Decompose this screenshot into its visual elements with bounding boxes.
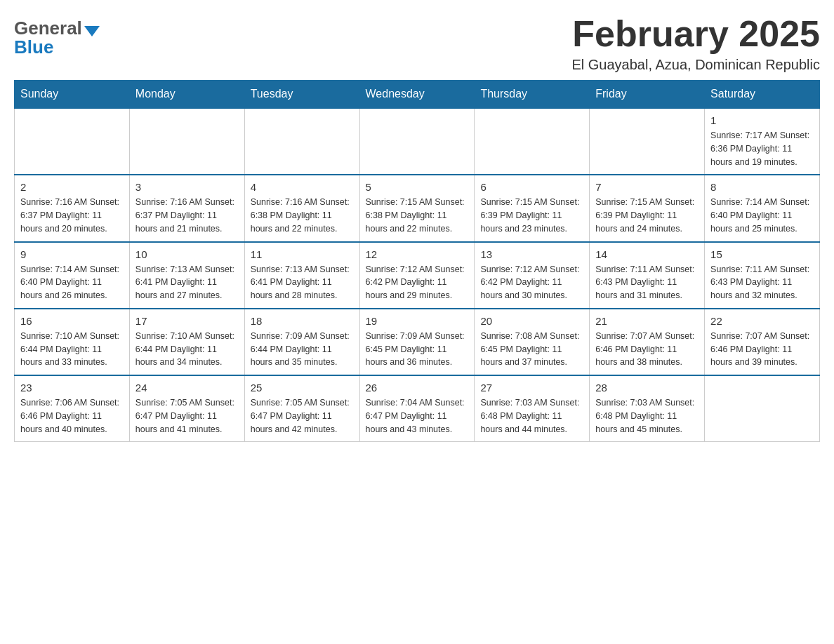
calendar-cell: 16Sunrise: 7:10 AM Sunset: 6:44 PM Dayli… [15, 309, 130, 375]
day-number: 21 [595, 315, 699, 327]
calendar-cell [129, 108, 244, 175]
calendar-cell: 4Sunrise: 7:16 AM Sunset: 6:38 PM Daylig… [244, 175, 359, 241]
weekday-header-monday: Monday [129, 81, 244, 109]
logo: General Blue [14, 14, 100, 58]
title-section: February 2025 El Guayabal, Azua, Dominic… [571, 14, 820, 73]
day-info: Sunrise: 7:10 AM Sunset: 6:44 PM Dayligh… [20, 330, 124, 369]
weekday-header-wednesday: Wednesday [359, 81, 475, 109]
day-info: Sunrise: 7:04 AM Sunset: 6:47 PM Dayligh… [366, 396, 469, 436]
calendar-cell: 18Sunrise: 7:09 AM Sunset: 6:44 PM Dayli… [244, 309, 359, 375]
day-number: 20 [480, 315, 583, 327]
weekday-header-saturday: Saturday [705, 81, 820, 109]
day-number: 5 [366, 181, 469, 193]
calendar-table: SundayMondayTuesdayWednesdayThursdayFrid… [14, 80, 820, 442]
calendar-cell: 20Sunrise: 7:08 AM Sunset: 6:45 PM Dayli… [475, 309, 590, 375]
day-number: 16 [20, 315, 124, 327]
calendar-cell: 2Sunrise: 7:16 AM Sunset: 6:37 PM Daylig… [15, 175, 130, 241]
calendar-cell [475, 108, 590, 175]
page-header: General Blue February 2025 El Guayabal, … [14, 14, 820, 73]
calendar-cell: 8Sunrise: 7:14 AM Sunset: 6:40 PM Daylig… [705, 175, 820, 241]
day-number: 27 [480, 382, 583, 394]
calendar-cell: 26Sunrise: 7:04 AM Sunset: 6:47 PM Dayli… [359, 375, 475, 442]
calendar-cell: 1Sunrise: 7:17 AM Sunset: 6:36 PM Daylig… [705, 108, 820, 175]
weekday-header-friday: Friday [590, 81, 705, 109]
calendar-cell: 3Sunrise: 7:16 AM Sunset: 6:37 PM Daylig… [129, 175, 244, 241]
calendar-week-2: 2Sunrise: 7:16 AM Sunset: 6:37 PM Daylig… [15, 175, 820, 241]
calendar-cell: 28Sunrise: 7:03 AM Sunset: 6:48 PM Dayli… [590, 375, 705, 442]
day-number: 23 [20, 382, 124, 394]
day-info: Sunrise: 7:16 AM Sunset: 6:37 PM Dayligh… [20, 196, 124, 235]
day-number: 25 [251, 382, 354, 394]
day-info: Sunrise: 7:07 AM Sunset: 6:46 PM Dayligh… [710, 330, 814, 369]
calendar-cell: 9Sunrise: 7:14 AM Sunset: 6:40 PM Daylig… [15, 242, 130, 309]
calendar-cell [590, 108, 705, 175]
calendar-week-5: 23Sunrise: 7:06 AM Sunset: 6:46 PM Dayli… [15, 375, 820, 442]
day-info: Sunrise: 7:15 AM Sunset: 6:39 PM Dayligh… [595, 196, 699, 235]
day-info: Sunrise: 7:12 AM Sunset: 6:42 PM Dayligh… [366, 263, 469, 302]
calendar-cell: 12Sunrise: 7:12 AM Sunset: 6:42 PM Dayli… [359, 242, 475, 309]
calendar-cell [15, 108, 130, 175]
calendar-cell: 5Sunrise: 7:15 AM Sunset: 6:38 PM Daylig… [359, 175, 475, 241]
day-number: 7 [595, 181, 699, 193]
logo-triangle-icon [84, 26, 100, 36]
day-number: 15 [710, 248, 814, 260]
day-number: 11 [251, 248, 354, 260]
calendar-cell: 21Sunrise: 7:07 AM Sunset: 6:46 PM Dayli… [590, 309, 705, 375]
day-info: Sunrise: 7:16 AM Sunset: 6:38 PM Dayligh… [251, 196, 354, 235]
day-info: Sunrise: 7:12 AM Sunset: 6:42 PM Dayligh… [480, 263, 583, 302]
day-number: 6 [480, 181, 583, 193]
day-number: 1 [710, 114, 814, 126]
day-info: Sunrise: 7:03 AM Sunset: 6:48 PM Dayligh… [595, 396, 699, 436]
day-info: Sunrise: 7:10 AM Sunset: 6:44 PM Dayligh… [135, 330, 239, 369]
day-info: Sunrise: 7:09 AM Sunset: 6:44 PM Dayligh… [251, 330, 354, 369]
day-info: Sunrise: 7:15 AM Sunset: 6:38 PM Dayligh… [366, 196, 469, 235]
day-number: 22 [710, 315, 814, 327]
day-number: 19 [366, 315, 469, 327]
day-number: 18 [251, 315, 354, 327]
day-number: 8 [710, 181, 814, 193]
calendar-cell: 10Sunrise: 7:13 AM Sunset: 6:41 PM Dayli… [129, 242, 244, 309]
day-number: 17 [135, 315, 239, 327]
calendar-cell: 27Sunrise: 7:03 AM Sunset: 6:48 PM Dayli… [475, 375, 590, 442]
calendar-week-3: 9Sunrise: 7:14 AM Sunset: 6:40 PM Daylig… [15, 242, 820, 309]
weekday-header-sunday: Sunday [15, 81, 130, 109]
day-number: 14 [595, 248, 699, 260]
calendar-cell: 22Sunrise: 7:07 AM Sunset: 6:46 PM Dayli… [705, 309, 820, 375]
day-number: 28 [595, 382, 699, 394]
day-info: Sunrise: 7:17 AM Sunset: 6:36 PM Dayligh… [710, 129, 814, 168]
calendar-cell: 19Sunrise: 7:09 AM Sunset: 6:45 PM Dayli… [359, 309, 475, 375]
month-title: February 2025 [571, 14, 820, 54]
day-info: Sunrise: 7:14 AM Sunset: 6:40 PM Dayligh… [710, 196, 814, 235]
day-info: Sunrise: 7:07 AM Sunset: 6:46 PM Dayligh… [595, 330, 699, 369]
day-number: 12 [366, 248, 469, 260]
calendar-week-4: 16Sunrise: 7:10 AM Sunset: 6:44 PM Dayli… [15, 309, 820, 375]
day-number: 2 [20, 181, 124, 193]
day-info: Sunrise: 7:15 AM Sunset: 6:39 PM Dayligh… [480, 196, 583, 235]
day-info: Sunrise: 7:11 AM Sunset: 6:43 PM Dayligh… [710, 263, 814, 302]
logo-text-blue: Blue [14, 36, 53, 58]
day-info: Sunrise: 7:03 AM Sunset: 6:48 PM Dayligh… [480, 396, 583, 436]
calendar-cell: 11Sunrise: 7:13 AM Sunset: 6:41 PM Dayli… [244, 242, 359, 309]
day-number: 26 [366, 382, 469, 394]
day-info: Sunrise: 7:06 AM Sunset: 6:46 PM Dayligh… [20, 396, 124, 436]
day-info: Sunrise: 7:05 AM Sunset: 6:47 PM Dayligh… [251, 396, 354, 436]
day-info: Sunrise: 7:08 AM Sunset: 6:45 PM Dayligh… [480, 330, 583, 369]
day-info: Sunrise: 7:16 AM Sunset: 6:37 PM Dayligh… [135, 196, 239, 235]
location-title: El Guayabal, Azua, Dominican Republic [571, 57, 820, 73]
day-info: Sunrise: 7:09 AM Sunset: 6:45 PM Dayligh… [366, 330, 469, 369]
calendar-cell: 14Sunrise: 7:11 AM Sunset: 6:43 PM Dayli… [590, 242, 705, 309]
day-number: 4 [251, 181, 354, 193]
day-number: 13 [480, 248, 583, 260]
day-number: 10 [135, 248, 239, 260]
day-info: Sunrise: 7:13 AM Sunset: 6:41 PM Dayligh… [251, 263, 354, 302]
calendar-cell: 24Sunrise: 7:05 AM Sunset: 6:47 PM Dayli… [129, 375, 244, 442]
weekday-header-row: SundayMondayTuesdayWednesdayThursdayFrid… [15, 81, 820, 109]
day-info: Sunrise: 7:14 AM Sunset: 6:40 PM Dayligh… [20, 263, 124, 302]
day-number: 9 [20, 248, 124, 260]
calendar-cell: 15Sunrise: 7:11 AM Sunset: 6:43 PM Dayli… [705, 242, 820, 309]
day-number: 24 [135, 382, 239, 394]
calendar-cell: 13Sunrise: 7:12 AM Sunset: 6:42 PM Dayli… [475, 242, 590, 309]
day-info: Sunrise: 7:11 AM Sunset: 6:43 PM Dayligh… [595, 263, 699, 302]
calendar-cell [705, 375, 820, 442]
calendar-cell: 6Sunrise: 7:15 AM Sunset: 6:39 PM Daylig… [475, 175, 590, 241]
